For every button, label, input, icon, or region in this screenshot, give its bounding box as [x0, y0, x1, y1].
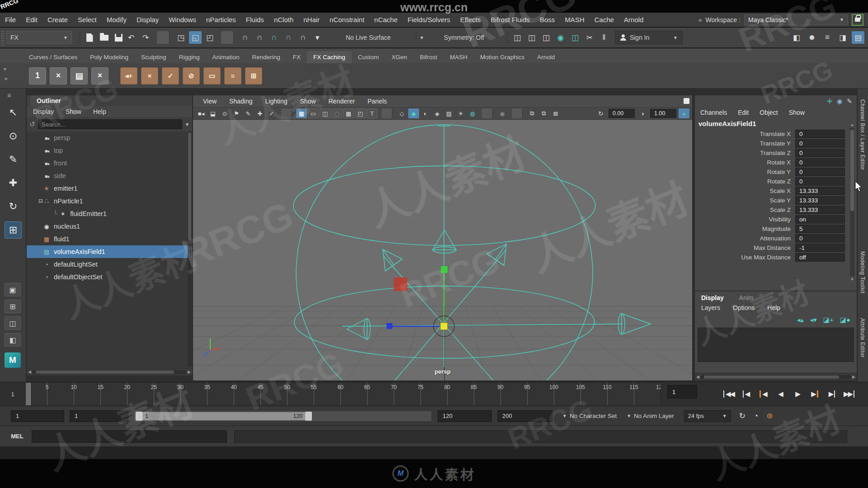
menubar-item[interactable]: Cache [590, 16, 619, 23]
current-frame-field[interactable]: 1 [667, 385, 697, 399]
bookmark-icon[interactable]: ⚑ [231, 108, 242, 118]
channel-box-horizontal-scrollbar[interactable]: ◀ ▶ [695, 373, 857, 380]
menubar-item[interactable]: Edit [21, 16, 42, 23]
channel-edit-icon[interactable]: ✎ [847, 98, 852, 105]
shelf-tab[interactable]: Curves / Surfaces [23, 51, 84, 63]
channel-box-menu-item[interactable]: Show [789, 109, 805, 116]
pause-icon[interactable]: ‖ [598, 31, 610, 44]
isolate-select-icon[interactable]: ◉ [497, 108, 508, 118]
separator[interactable] [382, 108, 392, 118]
chevron-down-icon[interactable]: ▾ [311, 31, 324, 44]
channel-attribute-value[interactable]: 13.333 [795, 187, 845, 195]
shelf-tab[interactable]: Motion Graphics [474, 51, 531, 63]
redo-icon[interactable]: ↷ [139, 31, 152, 44]
shelf-tab[interactable]: FX Caching [307, 51, 352, 63]
snap-plane-icon[interactable]: ∩ [282, 31, 295, 44]
shelf-tab[interactable]: Animation [206, 51, 245, 63]
new-scene-button[interactable] [83, 31, 96, 44]
paint-select-tool-icon[interactable]: ✎ [5, 151, 22, 168]
ao-toggle-icon[interactable]: ◕ [679, 108, 689, 118]
animation-preferences-icon[interactable]: ⊛ [766, 411, 773, 421]
menubar-item[interactable]: MASH [560, 16, 589, 23]
move-manipulator[interactable] [387, 266, 454, 337]
separator[interactable] [221, 31, 234, 44]
animation-end-field[interactable]: 200 [497, 410, 552, 422]
channel-attribute-label[interactable]: Translate X [695, 131, 795, 137]
channel-attribute-label[interactable]: Translate Y [695, 140, 795, 147]
channel-attribute-value[interactable]: 0 [795, 168, 845, 176]
outliner-title[interactable]: Outliner [30, 95, 67, 106]
attribute-editor-toggle-icon[interactable]: ◨ [836, 31, 849, 44]
channel-box-scrollbar[interactable]: ▲ ▼ [849, 122, 855, 282]
outliner-item[interactable]: ⊟ └ nucleus1 [27, 220, 192, 233]
channel-attribute-value[interactable]: on [795, 215, 845, 224]
channel-attribute-value[interactable]: 0 [795, 234, 845, 243]
shelf-tab[interactable]: Sculpting [135, 51, 173, 63]
shelf-tab[interactable]: Rendering [245, 51, 286, 63]
gate-mask-icon[interactable]: ▢ [331, 108, 342, 118]
scale-tool-icon[interactable]: ⊞ [5, 221, 22, 239]
viewport-menu-item[interactable]: Show [295, 98, 321, 105]
shelf-menu-icon[interactable]: ▾ [4, 66, 8, 72]
playback-end-field[interactable]: 120 [438, 410, 492, 422]
paint-effects-icon[interactable]: ✂ [583, 31, 596, 44]
selected-object-name[interactable]: volumeAxisField1 [695, 118, 857, 128]
layer-editor-tab[interactable]: Display [701, 294, 724, 301]
menubar-item[interactable]: Display [132, 16, 164, 23]
chevron-down-icon[interactable]: ▼ [185, 122, 189, 127]
gamma-icon[interactable]: ◑ [637, 108, 648, 118]
ambient-occlusion-icon[interactable]: ◍ [467, 108, 478, 118]
scroll-down-icon[interactable]: ▼ [850, 277, 854, 282]
playback-start-field[interactable]: 1 [70, 410, 128, 422]
channel-attribute-label[interactable]: Rotate X [695, 159, 795, 166]
channel-box-menu-item[interactable]: Channels [700, 109, 727, 116]
channel-attribute-label[interactable]: Translate Z [695, 150, 795, 156]
delete-ncache-icon[interactable]: × [50, 67, 67, 84]
scroll-left-icon[interactable]: ◀ [28, 370, 31, 374]
channel-box-menu-item[interactable]: Edit [738, 109, 749, 116]
range-end-handle[interactable] [305, 412, 312, 421]
channel-attribute-label[interactable]: Scale X [695, 188, 795, 194]
xray-icon[interactable]: ⧉ [527, 108, 538, 118]
menubar-item[interactable]: Create [42, 16, 73, 23]
ipr-tuning-icon[interactable]: ◉ [554, 31, 567, 44]
move-layer-down-icon[interactable]: ◂▾ [810, 316, 817, 324]
lock-camera-icon[interactable]: ⬓ [208, 108, 218, 118]
menubar-item[interactable]: nParticles [201, 16, 241, 23]
shelf-tab[interactable]: XGen [385, 51, 414, 63]
menubar-item[interactable]: Modify [102, 16, 132, 23]
mel-label[interactable]: MEL [6, 433, 28, 440]
outliner-item[interactable]: ⊟ └ defaultLightSet [27, 258, 192, 271]
workspace-lock-button[interactable] [852, 14, 863, 26]
separator[interactable] [281, 108, 292, 118]
channel-attribute-value[interactable]: 0 [795, 177, 845, 186]
sign-in-select[interactable]: Sign In ▼ [615, 31, 683, 44]
expand-toggle-icon[interactable]: ⊟ [38, 198, 45, 204]
channel-attribute-label[interactable]: Magnitude [695, 225, 795, 232]
outliner-menu-item[interactable]: Help [93, 108, 106, 115]
create-ncache-icon[interactable]: 1 [29, 67, 46, 84]
viewport-menu-item[interactable]: Panels [362, 98, 392, 105]
layer-editor-menu-item[interactable]: Options [733, 304, 755, 311]
save-scene-button[interactable] [112, 31, 125, 44]
layer-editor-tab[interactable]: Anim [739, 294, 754, 301]
new-layer-selected-icon[interactable]: ◪● [840, 316, 850, 324]
animation-start-field[interactable]: 1 [11, 410, 64, 422]
layer-editor-menu-item[interactable]: Layers [701, 304, 720, 311]
range-start-handle[interactable] [136, 412, 142, 421]
channel-box-toggle-icon[interactable]: ▤ [852, 31, 864, 44]
maya-logo[interactable]: M [5, 352, 21, 368]
channel-attribute-label[interactable]: Scale Z [695, 206, 795, 213]
render-settings-icon[interactable]: ◫ [540, 31, 552, 44]
disable-cache-icon[interactable]: ⊘ [183, 67, 200, 84]
channel-attribute-label[interactable]: Scale Y [695, 197, 795, 204]
open-scene-button[interactable] [98, 31, 110, 44]
create-geometry-cache-icon[interactable]: ◂+ [120, 67, 137, 84]
layer-editor-menu-item[interactable]: Help [767, 304, 780, 311]
play-backwards-button[interactable]: ◀ [772, 386, 788, 402]
channel-attribute-value[interactable]: 13.333 [795, 206, 845, 214]
outliner-item[interactable]: ⊟ └ top [27, 144, 192, 157]
step-back-frame-button[interactable]: ◀ [755, 386, 771, 402]
wireframe-display-icon[interactable]: ◇ [396, 108, 407, 118]
two-d-pan-zoom-icon[interactable]: ✚ [255, 108, 265, 118]
